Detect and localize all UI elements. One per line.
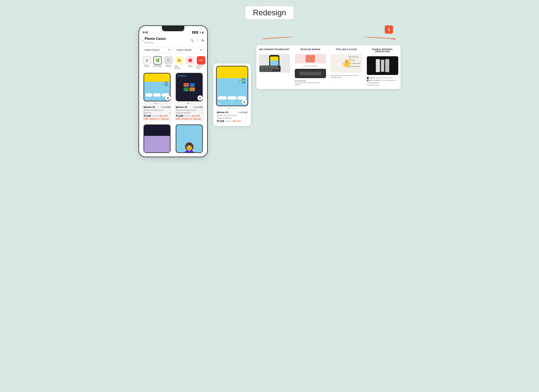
selected-product-card[interactable]: 🏄 DA ⊕ Iphone 14 bbox=[213, 64, 251, 126]
selected-clouds bbox=[217, 96, 248, 100]
easy-access-label: Easy Access bbox=[352, 62, 361, 64]
layer-1 bbox=[376, 59, 380, 72]
feat-pat-desc: PAT PROTECTOR All around air cushion des… bbox=[295, 80, 326, 85]
selected-product-info: Iphone 14 ★ 4.5 (140) Stride 2.0 Case Co… bbox=[215, 110, 249, 124]
zoom-button-1[interactable]: ⊕ bbox=[165, 95, 170, 101]
back-button[interactable]: ‹ bbox=[142, 38, 143, 43]
system-icon: ERR bbox=[199, 59, 203, 61]
model-dropdown[interactable]: Select Model ▾ bbox=[174, 47, 204, 53]
selected-review-count: (140) bbox=[243, 111, 247, 113]
feature-detailed-image2 bbox=[295, 69, 326, 78]
feat-super-slim: ◻ Super Slim bbox=[349, 65, 361, 68]
page-title-box: Redesign bbox=[245, 6, 294, 20]
free-gift-2: FREE TRAVEL KIT / WALLET bbox=[176, 118, 203, 120]
feature-material-image bbox=[367, 56, 399, 75]
da-brand-logo: DA bbox=[146, 98, 148, 100]
dropdown-row: Select Brand ▾ Select Model ▾ bbox=[139, 45, 207, 55]
page-wrapper: Redesign 9:41 ▌▌▌▌ ∿ ▮ ‹ bbox=[6, 6, 533, 157]
feat-pat-title: PAT PROTECTOR bbox=[295, 80, 326, 82]
dot-1-2 bbox=[157, 103, 158, 104]
sel-cloud-3 bbox=[237, 96, 246, 100]
slim-icon: ◻ bbox=[349, 65, 351, 68]
shoe-icons: 👟 👟 👟 👟 bbox=[184, 83, 195, 91]
feat-thickness: 1.2 MM THICKNESS bbox=[295, 65, 326, 67]
feat-hard-pc: HARD PC Anti-Scratch and Anti-Friction bbox=[367, 77, 399, 79]
feat-protection: 🛡 Protection bbox=[349, 56, 361, 58]
dot-1-active bbox=[155, 103, 156, 104]
price-orig-2: ₹1499 bbox=[184, 115, 190, 117]
hard-pc-desc: Anti-Scratch and Anti-Friction bbox=[376, 77, 393, 79]
wishlist-icon[interactable]: ♡ bbox=[196, 39, 199, 42]
product-card-2[interactable]: PIXELS 👟 👟 👟 👟 bbox=[174, 72, 204, 122]
selected-zoom-button[interactable]: ⊕ bbox=[242, 99, 247, 105]
selected-share-icon[interactable]: ⇪ bbox=[246, 117, 247, 119]
heart-icon-1[interactable]: ♡ bbox=[168, 109, 170, 111]
product-card-4[interactable]: 👩‍🦱 bbox=[174, 124, 204, 154]
feat-heavy-duty: Heavy Duty Protection bbox=[367, 82, 399, 84]
layer-2 bbox=[381, 60, 384, 72]
feat-sub-features: 🛡 Protection ✊ Grip 🔓 Easy Access bbox=[349, 56, 361, 68]
product-image-area-1: 🏄 DA ⊕ bbox=[142, 72, 172, 102]
feature-glove-image: 🤚 🛡 Protection ✊ Grip bbox=[331, 54, 362, 73]
battery-icon: ▮ bbox=[202, 31, 203, 34]
filter-chip-filters[interactable]: ⊞ Filters bbox=[142, 56, 151, 69]
shoe-icon-1: 👟 bbox=[185, 83, 188, 86]
review-count-1: (240) bbox=[166, 106, 170, 108]
filter-chip-vibes[interactable]: 🔴 Vibes bbox=[185, 56, 195, 69]
selected-model: Iphone 14 bbox=[217, 111, 228, 114]
filter-chip-offbeat[interactable]: 𝐔 Offbeat bbox=[164, 56, 173, 69]
sel-dot-4 bbox=[233, 108, 234, 109]
share-icon-1[interactable]: ⇪ bbox=[169, 112, 170, 114]
product-card-3[interactable] bbox=[142, 124, 172, 154]
item-count: 50 items bbox=[145, 41, 153, 44]
price-orig-1: ₹1499 bbox=[152, 115, 158, 117]
feat-tpu: SOFT TPU EDGE Soft TPU material gives al… bbox=[367, 79, 399, 81]
feat-new-design: New Design Process bbox=[367, 84, 399, 86]
filter-chip-system[interactable]: ERR System Error bbox=[196, 56, 206, 69]
sel-cloud-1 bbox=[218, 96, 227, 100]
dot-1-3 bbox=[158, 103, 159, 104]
pixels-text: PIXELS bbox=[178, 75, 187, 77]
feature-air-cushion-heading: AIR CUSHION TECHNOLOGY bbox=[259, 48, 290, 52]
feat-pat-detail: All around air cushion design for extra … bbox=[295, 82, 326, 86]
filter-chips: ⊞ Filters 🌿 All Design 𝐔 Offbeat bbox=[139, 55, 207, 71]
feat-hand-img: 🤚 🛡 Protection ✊ Grip bbox=[331, 54, 362, 73]
cart-icon[interactable]: 🛍 bbox=[201, 39, 204, 42]
feat-detail-dark bbox=[295, 69, 326, 78]
share-icon-2[interactable]: ⇪ bbox=[201, 112, 203, 114]
zoom-button-2[interactable]: ⊕ bbox=[197, 95, 203, 101]
filter-chip-all-design[interactable]: 🌿 All Design bbox=[153, 56, 162, 69]
product-info-1: Iphone 14 ★ 4.5 (240) Stride 2.0 Case Co… bbox=[142, 104, 172, 122]
feature-fits-glove: FITS LIKE A GLOVE 🤚 🛡 Protection bbox=[328, 45, 365, 89]
features-panel: 1 AIR CUSHION TECHNOLOGY bbox=[256, 25, 400, 89]
feat-air-desc: HEAVY DUTY PROTECTION Raised bezels for … bbox=[260, 66, 280, 72]
tpu-label: SOFT TPU EDGE bbox=[369, 79, 380, 81]
brand-dropdown[interactable]: Select Brand ▾ bbox=[142, 47, 172, 53]
protection-label: Protection bbox=[352, 56, 359, 58]
product-info-2: Iphone 14 ★ 4.5 (140) Stride 2.0 Case Co… bbox=[174, 104, 204, 122]
selected-heart-icon[interactable]: ♡ bbox=[245, 114, 247, 117]
step-badge-wrapper: 1 bbox=[256, 25, 400, 36]
header-title-group: Phone Cases 50 items bbox=[145, 37, 189, 44]
all-design-icon: 🌿 bbox=[155, 58, 160, 62]
selected-brand-name: Tailored Dreams bbox=[217, 117, 232, 119]
offbeat-icon: 𝐔 bbox=[168, 59, 169, 62]
filter-chip-daydream[interactable]: 😊 Day Dream bbox=[175, 56, 184, 69]
phone-mockup: 9:41 ▌▌▌▌ ∿ ▮ ‹ Phone Cases 50 items 🔍 bbox=[139, 25, 208, 157]
step-badge: 1 bbox=[385, 25, 393, 34]
review-count-2: (140) bbox=[198, 106, 203, 108]
price-off-1: 20% OFF bbox=[159, 115, 168, 117]
brand-label: Select Brand bbox=[144, 48, 159, 52]
dot-2-2 bbox=[189, 103, 190, 104]
sel-dot-2 bbox=[230, 108, 231, 109]
product-card-1[interactable]: 🏄 DA ⊕ Iphone 14 bbox=[142, 72, 172, 122]
phone-notch bbox=[162, 26, 184, 31]
vibes-icon: 🔴 bbox=[188, 58, 192, 62]
free-gift-1: FREE TRAVEL KIT / WALLET bbox=[144, 118, 170, 120]
hard-pc-label: HARD PC bbox=[369, 77, 375, 79]
search-icon[interactable]: 🔍 bbox=[190, 39, 194, 42]
daydream-label: Day Dream bbox=[175, 65, 184, 69]
selected-star-icon: ★ bbox=[237, 111, 239, 113]
heart-icon-2[interactable]: ♡ bbox=[201, 109, 203, 111]
feature-detailed-design: DETAILED DESIGN 1.2 MM THICKNESS bbox=[293, 45, 329, 89]
